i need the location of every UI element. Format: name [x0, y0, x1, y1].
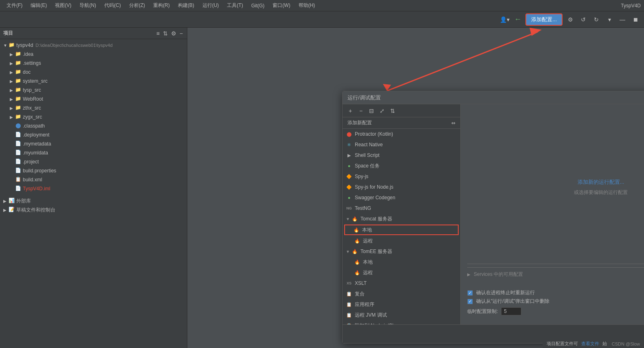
- user-icon-btn[interactable]: 👤▾: [499, 14, 510, 25]
- item-label: build.xml: [23, 177, 42, 183]
- add-config-collapse-icon[interactable]: ⇔: [451, 120, 455, 126]
- config-label: Shell Script: [355, 152, 380, 158]
- config-item-remote-jvm[interactable]: 📋 远程 JVM 调试: [343, 310, 460, 320]
- config-item-spy-js[interactable]: 🔶 Spy-js: [343, 171, 460, 182]
- or-select-hint: 或选择要编辑的运行配置: [574, 189, 628, 196]
- config-item-tomee-remote[interactable]: 🔥 远程: [343, 267, 460, 278]
- statusbar-link[interactable]: 查看文件: [581, 341, 599, 347]
- tree-item-external-lib[interactable]: ▶ 📊 外部库: [0, 196, 187, 205]
- add-config-button[interactable]: 添加配置...: [525, 13, 563, 26]
- config-label: 本地: [363, 259, 373, 266]
- tree-item-zygx-src[interactable]: ▶ 📁 zygx_src: [0, 112, 187, 121]
- panel-settings-icon[interactable]: ⚙: [170, 29, 177, 37]
- menu-refactor[interactable]: 重构(R): [150, 1, 173, 10]
- config-item-react-native[interactable]: ⚛ React Native: [343, 139, 460, 150]
- minimize-btn[interactable]: —: [617, 14, 628, 25]
- config-item-tomcat-remote[interactable]: 🔥 远程: [343, 236, 460, 246]
- menu-view[interactable]: 视图(V): [52, 1, 75, 10]
- config-limit-input[interactable]: [501, 307, 521, 315]
- menu-window[interactable]: 窗口(W): [269, 1, 293, 10]
- config-item-tomee-local[interactable]: 🔥 本地: [343, 257, 460, 267]
- draft-icon: 📝: [8, 207, 15, 213]
- config-item-space[interactable]: ● Space 任务: [343, 161, 460, 171]
- config-item-application[interactable]: 📋 应用程序: [343, 299, 460, 310]
- tree-item-settings[interactable]: ▶ 📁 .settings: [0, 59, 187, 68]
- menu-help[interactable]: 帮助(H): [295, 1, 319, 10]
- tree-item-idea[interactable]: ▶ 📁 .idea: [0, 50, 187, 59]
- status-info: 项目配置文件可: [547, 341, 578, 347]
- menu-build[interactable]: 构建(B): [175, 1, 198, 10]
- config-item-attach-node[interactable]: 📋 附加到 Node.js/Chrome: [343, 320, 460, 324]
- tree-item-system-src[interactable]: ▶ 📁 system_src: [0, 77, 187, 86]
- config-item-composite[interactable]: 📋 复合: [343, 289, 460, 299]
- update-btn[interactable]: ←: [512, 14, 523, 25]
- tree-item-project[interactable]: 📄 .project: [0, 157, 187, 166]
- tree-item-classpath[interactable]: ⬤ .classpath: [0, 121, 187, 130]
- spy-icon: 🔶: [346, 173, 352, 180]
- more-btn[interactable]: ⏹: [630, 14, 641, 25]
- add-config-plus-btn[interactable]: +: [346, 106, 355, 115]
- dialog-left-panel: + − ⊟ ⤢ ⇅ 添加新配置 ⇔ ⬤: [343, 104, 461, 324]
- sort-config-btn[interactable]: ⇅: [388, 106, 397, 115]
- run-config-dropdown[interactable]: ▾: [604, 14, 615, 25]
- iml-icon: 📄: [15, 185, 21, 192]
- tree-item-iml[interactable]: 📄 TyspV4D.iml: [0, 184, 187, 193]
- tree-item-doc[interactable]: ▶ 📁 doc: [0, 68, 187, 77]
- menu-git[interactable]: Git(G): [248, 2, 268, 9]
- settings-icon-btn[interactable]: ⚙: [565, 14, 576, 25]
- panel-filter-icon[interactable]: ⇅: [162, 29, 169, 37]
- config-label: 复合: [355, 291, 365, 297]
- tree-item-zthx-src[interactable]: ▶ 📁 zthx_src: [0, 104, 187, 112]
- panel-close-icon[interactable]: −: [179, 29, 184, 37]
- config-label: Tomcat 服务器: [360, 216, 392, 222]
- arrow: ▶: [10, 79, 15, 84]
- config-item-xslt[interactable]: XS XSLT: [343, 278, 460, 289]
- copy-config-btn[interactable]: ⊟: [367, 106, 376, 115]
- config-item-tomcat-local[interactable]: 🔥 本地: [344, 225, 459, 235]
- tree-item-mymetadata[interactable]: 📄 .mymetadata: [0, 139, 187, 148]
- options-section: 确认在进程终止时重新运行 确认从"运行/调试"弹出窗口中删除 临时配置限制:: [467, 288, 644, 318]
- config-label: 应用程序: [355, 301, 374, 308]
- redo-btn[interactable]: ↻: [591, 14, 602, 25]
- menu-edit[interactable]: 编辑(E): [27, 1, 50, 10]
- config-item-swagger[interactable]: ● Swagger Codegen: [343, 192, 460, 203]
- services-row[interactable]: ▶ Services 中的可用配置: [467, 271, 644, 278]
- svg-marker-2: [530, 28, 542, 36]
- tree-root[interactable]: ▼ 📁 tyspv4d D:\ideaObject\chucai\csweb01…: [0, 41, 187, 50]
- config-item-spy-js-node[interactable]: 🔶 Spy-js for Node.js: [343, 182, 460, 192]
- config-item-testng[interactable]: NG TestNG: [343, 203, 460, 214]
- tree-item-deployment[interactable]: 📄 .deployment: [0, 130, 187, 139]
- move-config-btn[interactable]: ⤢: [378, 106, 387, 115]
- tree-item-webroot[interactable]: ▶ 📁 WebRoot: [0, 95, 187, 104]
- tree-item-build-properties[interactable]: 📄 build.properties: [0, 166, 187, 175]
- tree-item-tysp-src[interactable]: ▶ 📁 tysp_src: [0, 86, 187, 95]
- config-item-shell-script[interactable]: ▶ Shell Script: [343, 150, 460, 161]
- menu-tools[interactable]: 工具(T): [224, 1, 246, 10]
- panel-sort-icon[interactable]: ≡: [156, 29, 160, 37]
- item-label: .project: [23, 159, 39, 165]
- item-label: 外部库: [16, 198, 31, 205]
- undo-btn[interactable]: ↺: [578, 14, 589, 25]
- panel-title: 项目: [3, 30, 156, 37]
- menu-run[interactable]: 运行(U): [199, 1, 222, 10]
- arrow: ▶: [10, 106, 15, 110]
- config-label: TestNG: [355, 205, 371, 211]
- config-item-tomee-group[interactable]: ▼ 🔥 TomEE 服务器: [343, 246, 460, 257]
- menu-code[interactable]: 代码(C): [101, 1, 124, 10]
- config-label: XSLT: [355, 280, 367, 286]
- services-section: ▶ Services 中的可用配置: [467, 264, 644, 281]
- config-label: Spy-js: [355, 174, 368, 179]
- config-item-tomcat-group[interactable]: ▼ 🔥 Tomcat 服务器: [343, 214, 460, 224]
- checkbox-remove[interactable]: [467, 299, 473, 304]
- add-run-config-link[interactable]: 添加新的运行配置...: [578, 178, 624, 186]
- tree-item-myumldata[interactable]: 📄 .myumldata: [0, 148, 187, 157]
- checkbox-restart[interactable]: [467, 290, 473, 296]
- menu-analyze[interactable]: 分析(Z): [126, 1, 148, 10]
- remove-config-btn[interactable]: −: [356, 106, 365, 115]
- checkbox-remove-label: 确认从"运行/调试"弹出窗口中删除: [476, 298, 549, 305]
- menu-nav[interactable]: 导航(N): [76, 1, 99, 10]
- tree-item-draft[interactable]: ▶ 📝 草稿文件和控制台: [0, 205, 187, 214]
- tree-item-build-xml[interactable]: 📋 build.xml: [0, 175, 187, 184]
- menu-file[interactable]: 文件(F): [3, 1, 26, 10]
- config-item-protractor[interactable]: ⬤ Protractor (Kotlin): [343, 129, 460, 139]
